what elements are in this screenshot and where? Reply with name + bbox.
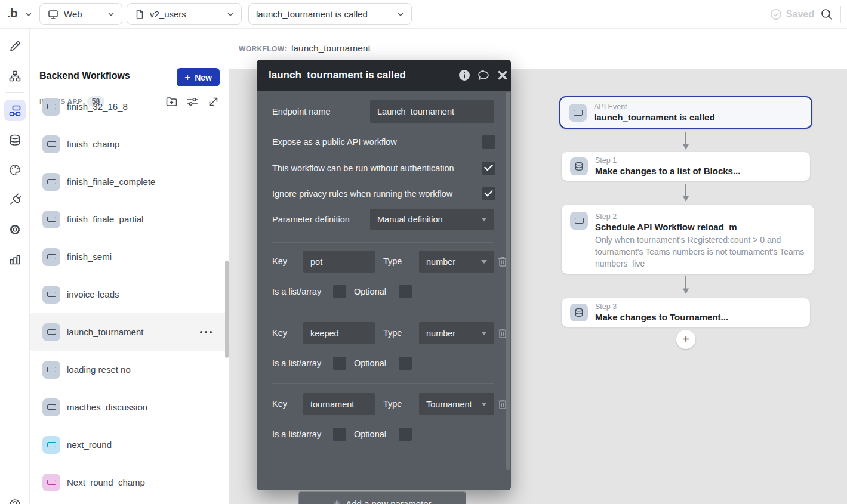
card-condition: Only when tournament's Registered:count … xyxy=(595,234,805,270)
help-question-icon[interactable] xyxy=(4,494,26,504)
sidebar-item-selected[interactable]: launch_tournament xyxy=(30,313,229,351)
param-type-value: number xyxy=(426,329,455,338)
styles-palette-icon[interactable] xyxy=(4,159,26,181)
type-label: Type xyxy=(383,251,402,273)
comment-icon[interactable] xyxy=(477,69,490,82)
caret-down-icon xyxy=(481,403,487,406)
sidebar-item-label: finish_32_16_8 xyxy=(67,101,128,112)
plugins-plug-icon[interactable] xyxy=(4,189,26,211)
sidebar-item[interactable]: finish_champ xyxy=(30,125,229,163)
page-select-dropdown[interactable]: v2_users xyxy=(127,3,242,25)
workflow-select-dropdown[interactable]: launch_tournament is called xyxy=(248,3,412,25)
is-list-checkbox[interactable] xyxy=(333,285,346,298)
workflow-tab-icon[interactable] xyxy=(4,100,26,121)
left-icon-rail xyxy=(0,29,30,504)
step2-card[interactable]: Step 2 Schedule API Workflow reload_m On… xyxy=(562,205,814,274)
api-event-icon xyxy=(569,104,587,122)
param-type-select[interactable]: number xyxy=(419,322,494,344)
card-kind: Step 2 xyxy=(595,212,805,221)
param-key-input[interactable] xyxy=(303,322,375,344)
close-icon[interactable] xyxy=(496,69,509,82)
sidebar-item[interactable]: invoice-leads xyxy=(30,276,229,313)
divider xyxy=(272,313,494,313)
new-workflow-button[interactable]: + New xyxy=(177,68,220,86)
optional-checkbox[interactable] xyxy=(399,428,412,441)
param-key-input[interactable] xyxy=(303,393,375,415)
more-options-icon[interactable] xyxy=(200,331,212,333)
flow-arrow-icon xyxy=(682,184,690,202)
sidebar-title: Backend Workflows xyxy=(39,70,130,81)
sidebar-scrollbar[interactable] xyxy=(225,261,229,358)
sidebar-item[interactable]: next_round xyxy=(30,426,229,463)
endpoint-name-label: Endpoint name xyxy=(272,100,331,123)
check-circle-icon xyxy=(769,8,783,21)
logs-chart-icon[interactable] xyxy=(4,249,26,270)
param-type-select[interactable]: Tournament xyxy=(419,393,494,415)
sidebar-item[interactable]: finish_finale_complete xyxy=(30,163,229,200)
mode-select-dropdown[interactable]: Web xyxy=(39,3,122,25)
plus-icon: + xyxy=(184,72,190,84)
modal-scrollbar[interactable] xyxy=(506,92,510,470)
card-title: launch_tournament is called xyxy=(594,112,715,123)
database-icon[interactable] xyxy=(4,129,26,151)
step3-card[interactable]: Step 3 Make changes to Tournament... xyxy=(562,298,810,327)
is-list-checkbox[interactable] xyxy=(333,357,346,370)
endpoint-name-input[interactable] xyxy=(370,100,494,123)
rail-divider xyxy=(6,92,24,93)
no-auth-checkbox[interactable] xyxy=(482,162,495,175)
expose-api-checkbox[interactable] xyxy=(482,135,495,149)
type-label: Type xyxy=(383,393,402,415)
param-key-input[interactable] xyxy=(303,251,375,273)
modal-body: Endpoint name Expose as a public API wor… xyxy=(257,91,511,490)
modal-header[interactable]: launch_tournament is called xyxy=(257,60,511,91)
optional-label: Optional xyxy=(354,427,386,441)
pages-tree-icon[interactable] xyxy=(4,66,26,87)
param-definition-value: Manual definition xyxy=(377,215,443,224)
is-list-label: Is a list/array xyxy=(272,285,321,299)
key-label: Key xyxy=(272,322,287,344)
api-event-property-editor: launch_tournament is called Endpoint nam… xyxy=(257,60,511,490)
ignore-privacy-checkbox[interactable] xyxy=(482,187,495,200)
info-icon[interactable] xyxy=(458,69,471,82)
param-type-select[interactable]: number xyxy=(419,251,494,273)
sidebar-item[interactable]: Next_round_champ xyxy=(30,463,229,501)
settings-gear-icon[interactable] xyxy=(4,219,26,240)
sidebar-item-label: finish_finale_complete xyxy=(67,177,155,187)
sidebar-item-label: launch_tournament xyxy=(67,327,143,337)
api-event-card[interactable]: API Event launch_tournament is called xyxy=(559,96,812,129)
param-definition-select[interactable]: Manual definition xyxy=(370,209,494,230)
sidebar-item[interactable]: loading reset no xyxy=(30,351,229,388)
workflow-select-value: launch_tournament is called xyxy=(256,9,368,19)
optional-checkbox[interactable] xyxy=(399,357,412,370)
workflow-item-icon xyxy=(42,398,60,416)
flow-arrow-icon xyxy=(682,132,690,150)
sidebar-item[interactable]: finish_32_16_8 xyxy=(30,88,229,125)
mode-select-value: Web xyxy=(64,9,82,19)
topbar-divider xyxy=(840,6,841,23)
sidebar-item[interactable]: macthes_discussion xyxy=(30,388,229,426)
flow-arrow-icon xyxy=(682,276,690,294)
sidebar-item-label: invoice-leads xyxy=(67,289,119,299)
step1-card[interactable]: Step 1 Make changes to a list of Blocks.… xyxy=(562,152,810,181)
add-parameter-button[interactable]: + Add a new parameter xyxy=(298,491,466,504)
card-kind: Step 1 xyxy=(595,156,740,165)
card-title: Make changes to a list of Blocks... xyxy=(595,165,740,177)
chevron-down-icon[interactable] xyxy=(25,11,32,18)
workflow-item-icon xyxy=(42,211,60,228)
expose-api-label: Expose as a public API workflow xyxy=(272,135,397,149)
workflow-item-icon xyxy=(42,323,60,341)
sidebar-item[interactable]: finish_semi xyxy=(30,238,229,276)
workflow-item-icon xyxy=(42,173,60,191)
database-step-icon xyxy=(570,304,588,321)
search-icon[interactable] xyxy=(820,7,834,21)
caret-down-icon xyxy=(481,260,487,264)
design-pencil-icon[interactable] xyxy=(4,35,26,57)
bubble-logo[interactable]: .b xyxy=(7,6,17,20)
optional-checkbox[interactable] xyxy=(399,285,412,298)
chevron-down-icon xyxy=(107,11,115,18)
add-step-button[interactable]: + xyxy=(676,330,695,349)
optional-label: Optional xyxy=(354,285,386,299)
workflow-item-icon xyxy=(42,361,60,379)
is-list-checkbox[interactable] xyxy=(333,428,346,441)
sidebar-item[interactable]: finish_finale_partial xyxy=(30,200,229,238)
